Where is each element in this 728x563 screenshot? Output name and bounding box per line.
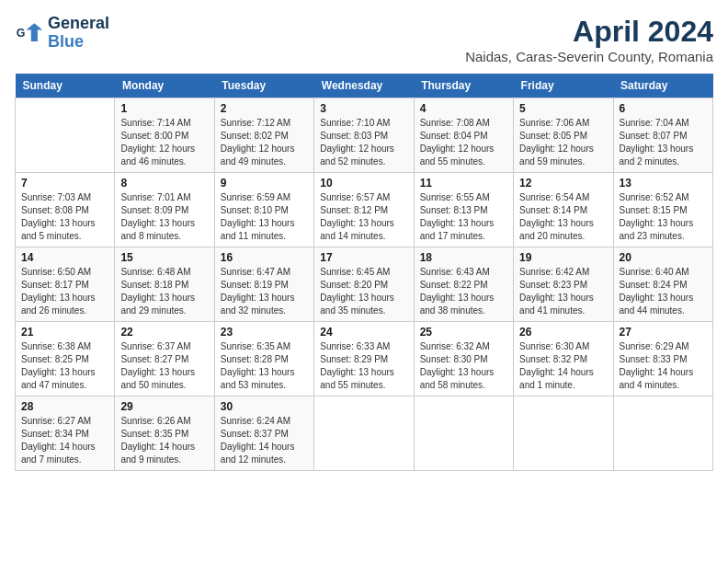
- day-number: 20: [620, 251, 707, 264]
- calendar-cell: 4Sunrise: 7:08 AMSunset: 8:04 PMDaylight…: [414, 98, 513, 173]
- day-number: 25: [420, 326, 507, 339]
- day-number: 26: [519, 326, 607, 339]
- calendar-cell: 27Sunrise: 6:29 AMSunset: 8:33 PMDayligh…: [613, 322, 712, 396]
- day-info: Sunrise: 6:30 AMSunset: 8:32 PMDaylight:…: [519, 340, 607, 392]
- calendar-cell: 12Sunrise: 6:54 AMSunset: 8:14 PMDayligh…: [514, 173, 613, 247]
- calendar-cell: [514, 396, 613, 471]
- calendar-cell: 29Sunrise: 6:26 AMSunset: 8:35 PMDayligh…: [115, 396, 214, 471]
- calendar-cell: 25Sunrise: 6:32 AMSunset: 8:30 PMDayligh…: [414, 322, 513, 396]
- day-info: Sunrise: 6:24 AMSunset: 8:37 PMDaylight:…: [221, 415, 308, 466]
- day-number: 29: [120, 400, 208, 413]
- day-number: 27: [620, 326, 707, 339]
- calendar-cell: 5Sunrise: 7:06 AMSunset: 8:05 PMDaylight…: [514, 98, 613, 173]
- day-info: Sunrise: 6:33 AMSunset: 8:29 PMDaylight:…: [320, 340, 407, 392]
- day-number: 15: [120, 251, 208, 264]
- calendar-week-row: 7Sunrise: 7:03 AMSunset: 8:08 PMDaylight…: [16, 173, 713, 247]
- day-info: Sunrise: 6:27 AMSunset: 8:34 PMDaylight:…: [21, 415, 108, 466]
- calendar-cell: 15Sunrise: 6:48 AMSunset: 8:18 PMDayligh…: [115, 247, 214, 322]
- day-info: Sunrise: 7:01 AMSunset: 8:09 PMDaylight:…: [120, 191, 208, 243]
- calendar-cell: 1Sunrise: 7:14 AMSunset: 8:00 PMDaylight…: [115, 98, 214, 173]
- day-info: Sunrise: 6:54 AMSunset: 8:14 PMDaylight:…: [519, 191, 607, 243]
- weekday-header-friday: Friday: [514, 74, 613, 98]
- svg-text:G: G: [17, 26, 26, 39]
- day-number: 24: [320, 326, 407, 339]
- calendar-cell: 26Sunrise: 6:30 AMSunset: 8:32 PMDayligh…: [514, 322, 613, 396]
- title-block: April 2024 Naidas, Caras-Severin County,…: [465, 15, 713, 64]
- calendar-cell: [16, 98, 115, 173]
- calendar-cell: 3Sunrise: 7:10 AMSunset: 8:03 PMDaylight…: [314, 98, 414, 173]
- calendar-cell: 18Sunrise: 6:43 AMSunset: 8:22 PMDayligh…: [414, 247, 513, 322]
- calendar-cell: 23Sunrise: 6:35 AMSunset: 8:28 PMDayligh…: [214, 322, 313, 396]
- day-number: 9: [221, 177, 308, 190]
- calendar-cell: 22Sunrise: 6:37 AMSunset: 8:27 PMDayligh…: [115, 322, 214, 396]
- day-info: Sunrise: 6:26 AMSunset: 8:35 PMDaylight:…: [120, 415, 208, 466]
- calendar-cell: 9Sunrise: 6:59 AMSunset: 8:10 PMDaylight…: [214, 173, 313, 247]
- weekday-header-monday: Monday: [115, 74, 214, 98]
- day-info: Sunrise: 7:10 AMSunset: 8:03 PMDaylight:…: [320, 117, 407, 168]
- day-info: Sunrise: 6:50 AMSunset: 8:17 PMDaylight:…: [21, 266, 108, 317]
- day-info: Sunrise: 6:35 AMSunset: 8:28 PMDaylight:…: [221, 340, 308, 392]
- day-info: Sunrise: 6:40 AMSunset: 8:24 PMDaylight:…: [620, 266, 707, 317]
- calendar-cell: 30Sunrise: 6:24 AMSunset: 8:37 PMDayligh…: [214, 396, 313, 471]
- calendar-cell: [414, 396, 513, 471]
- day-number: 10: [320, 177, 407, 190]
- day-number: 5: [519, 102, 607, 115]
- calendar-cell: 19Sunrise: 6:42 AMSunset: 8:23 PMDayligh…: [514, 247, 613, 322]
- day-number: 17: [320, 251, 407, 264]
- calendar-body: 1Sunrise: 7:14 AMSunset: 8:00 PMDaylight…: [16, 98, 713, 471]
- day-number: 2: [221, 102, 308, 115]
- day-number: 1: [120, 102, 208, 115]
- calendar-cell: 11Sunrise: 6:55 AMSunset: 8:13 PMDayligh…: [414, 173, 513, 247]
- day-info: Sunrise: 6:37 AMSunset: 8:27 PMDaylight:…: [120, 340, 208, 392]
- weekday-header-row: SundayMondayTuesdayWednesdayThursdayFrid…: [16, 74, 713, 98]
- logo-text: General Blue: [48, 15, 109, 52]
- calendar-cell: 20Sunrise: 6:40 AMSunset: 8:24 PMDayligh…: [613, 247, 712, 322]
- day-info: Sunrise: 7:04 AMSunset: 8:07 PMDaylight:…: [620, 117, 707, 168]
- logo-line1: General: [48, 15, 109, 33]
- calendar-week-row: 14Sunrise: 6:50 AMSunset: 8:17 PMDayligh…: [16, 247, 713, 322]
- day-number: 19: [519, 251, 607, 264]
- calendar-week-row: 1Sunrise: 7:14 AMSunset: 8:00 PMDaylight…: [16, 98, 713, 173]
- day-info: Sunrise: 6:57 AMSunset: 8:12 PMDaylight:…: [320, 191, 407, 243]
- page-header: G General Blue April 2024 Naidas, Caras-…: [15, 15, 713, 64]
- weekday-header-thursday: Thursday: [414, 74, 513, 98]
- day-info: Sunrise: 6:55 AMSunset: 8:13 PMDaylight:…: [420, 191, 507, 243]
- calendar-cell: 28Sunrise: 6:27 AMSunset: 8:34 PMDayligh…: [16, 396, 115, 471]
- calendar-cell: 6Sunrise: 7:04 AMSunset: 8:07 PMDaylight…: [613, 98, 712, 173]
- day-info: Sunrise: 6:42 AMSunset: 8:23 PMDaylight:…: [519, 266, 607, 317]
- day-number: 4: [420, 102, 507, 115]
- day-info: Sunrise: 6:32 AMSunset: 8:30 PMDaylight:…: [420, 340, 507, 392]
- day-info: Sunrise: 6:45 AMSunset: 8:20 PMDaylight:…: [320, 266, 407, 317]
- day-info: Sunrise: 6:43 AMSunset: 8:22 PMDaylight:…: [420, 266, 507, 317]
- day-number: 11: [420, 177, 507, 190]
- calendar-cell: 17Sunrise: 6:45 AMSunset: 8:20 PMDayligh…: [314, 247, 414, 322]
- day-number: 7: [21, 177, 108, 190]
- day-number: 6: [620, 102, 707, 115]
- day-number: 30: [221, 400, 308, 413]
- calendar-cell: [314, 396, 414, 471]
- calendar-cell: 24Sunrise: 6:33 AMSunset: 8:29 PMDayligh…: [314, 322, 414, 396]
- calendar-week-row: 21Sunrise: 6:38 AMSunset: 8:25 PMDayligh…: [16, 322, 713, 396]
- day-number: 22: [120, 326, 208, 339]
- calendar-cell: 10Sunrise: 6:57 AMSunset: 8:12 PMDayligh…: [314, 173, 414, 247]
- calendar-week-row: 28Sunrise: 6:27 AMSunset: 8:34 PMDayligh…: [16, 396, 713, 471]
- day-info: Sunrise: 6:59 AMSunset: 8:10 PMDaylight:…: [221, 191, 308, 243]
- logo-line2: Blue: [48, 33, 109, 52]
- calendar-header: SundayMondayTuesdayWednesdayThursdayFrid…: [16, 74, 713, 98]
- day-info: Sunrise: 6:48 AMSunset: 8:18 PMDaylight:…: [120, 266, 208, 317]
- calendar-cell: 13Sunrise: 6:52 AMSunset: 8:15 PMDayligh…: [613, 173, 712, 247]
- day-info: Sunrise: 6:52 AMSunset: 8:15 PMDaylight:…: [620, 191, 707, 243]
- svg-marker-1: [26, 23, 42, 41]
- day-number: 3: [320, 102, 407, 115]
- day-number: 18: [420, 251, 507, 264]
- calendar-cell: 7Sunrise: 7:03 AMSunset: 8:08 PMDaylight…: [16, 173, 115, 247]
- weekday-header-wednesday: Wednesday: [314, 74, 414, 98]
- weekday-header-sunday: Sunday: [16, 74, 115, 98]
- calendar-cell: 8Sunrise: 7:01 AMSunset: 8:09 PMDaylight…: [115, 173, 214, 247]
- weekday-header-tuesday: Tuesday: [214, 74, 313, 98]
- day-number: 13: [620, 177, 707, 190]
- day-number: 14: [21, 251, 108, 264]
- calendar-cell: [613, 396, 712, 471]
- day-info: Sunrise: 6:38 AMSunset: 8:25 PMDaylight:…: [21, 340, 108, 392]
- calendar-subtitle: Naidas, Caras-Severin County, Romania: [465, 49, 713, 64]
